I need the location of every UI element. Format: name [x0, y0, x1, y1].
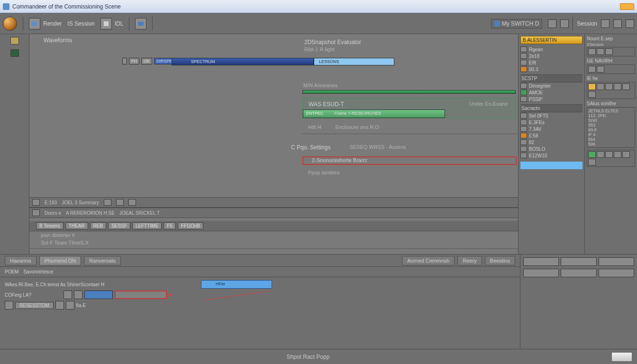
chip-icon[interactable] [597, 48, 604, 55]
chip-icon[interactable] [605, 83, 613, 90]
chip-icon[interactable] [588, 159, 596, 165]
chip[interactable]: FH [129, 58, 139, 64]
tool-a-icon[interactable] [135, 18, 146, 29]
app-orb-icon[interactable] [3, 17, 17, 31]
view-chip-2[interactable] [560, 19, 569, 28]
br-btn[interactable] [599, 269, 634, 277]
panel-a-item[interactable]: 00.3 [520, 66, 582, 73]
pb-hdr1: Nount E.sep [587, 36, 635, 41]
panel-a-item[interactable]: Dimegnter [520, 82, 582, 89]
tl-tab[interactable]: Aorned Crenmnsh [402, 256, 455, 265]
render-icon[interactable] [29, 18, 40, 29]
tl-clip[interactable] [84, 291, 113, 299]
chip-icon[interactable] [588, 66, 596, 73]
rail-icon-1[interactable] [10, 37, 19, 45]
chip-icon[interactable] [588, 83, 596, 90]
tl-tab[interactable]: Ranversats [84, 256, 121, 265]
mid-icon[interactable] [104, 199, 111, 206]
chip-icon[interactable] [605, 151, 613, 158]
tl-icon[interactable] [55, 301, 64, 309]
render-button[interactable]: Render [43, 20, 62, 27]
chip-icon[interactable] [614, 83, 621, 90]
panel-a-item[interactable]: 7.3AV [520, 126, 582, 132]
panel-a-tab[interactable]: B.ALESSERTIN [520, 36, 582, 44]
midinfo-b: JOEL 3 Summary [62, 200, 99, 205]
pb4-item: 596 [588, 142, 634, 146]
tl-row1-label: WAes RI.Bee, E.Ch temst As ShinerScontae… [5, 282, 199, 287]
chip-icon[interactable] [622, 151, 630, 158]
panel-a-item[interactable]: BOSLO [520, 146, 582, 152]
track-green2[interactable]: ENTPEC Frame 7-RESEARCHES [303, 109, 445, 118]
session-tab[interactable]: Session [577, 20, 597, 27]
br-btn[interactable] [561, 257, 596, 266]
tl-icon[interactable] [74, 291, 82, 299]
ok-button[interactable] [611, 352, 632, 362]
br-btn[interactable] [599, 257, 634, 266]
panel-a-item[interactable]: Sel 0FT0 [520, 112, 582, 119]
chip-icon[interactable] [588, 48, 596, 55]
grid-chip-2[interactable] [613, 19, 622, 28]
tl-tab[interactable]: Beestins [485, 256, 515, 265]
track-blue[interactable]: SPECTRUM [172, 58, 314, 65]
panel-a-item[interactable]: EIft [520, 59, 582, 66]
chip-icon[interactable] [588, 91, 596, 98]
panel-a-highlight[interactable] [520, 162, 582, 169]
idl-button[interactable]: IDL [115, 20, 124, 27]
chip[interactable]: OK [141, 58, 152, 64]
panel-a-item[interactable]: Rgean [520, 46, 582, 53]
br-btn[interactable] [523, 257, 559, 266]
tl-tab[interactable]: Phomend ON [39, 256, 82, 265]
track-red-outline[interactable]: 2-Snonoceshorte Brarcr [302, 156, 517, 165]
sec-btn[interactable]: SESSF [108, 222, 130, 229]
mid-icon[interactable] [116, 199, 124, 206]
panel-a-item[interactable]: 2e18 [520, 53, 582, 59]
chip-icon[interactable] [605, 48, 613, 55]
mid-icon[interactable] [128, 199, 136, 206]
mid-icon[interactable] [32, 199, 40, 206]
chip-icon[interactable] [597, 83, 604, 90]
pb-block2 [587, 64, 635, 74]
track-lb-label: LESSONS [314, 59, 339, 64]
br-btn[interactable] [523, 269, 559, 277]
tl-row3-btn[interactable]: RESESSTOM [15, 302, 54, 309]
tl-clip-red[interactable] [115, 291, 167, 299]
grid-chip-3[interactable] [626, 19, 634, 28]
tl-icon[interactable] [5, 301, 13, 309]
panel-a-item[interactable]: PSS8° [520, 96, 582, 102]
sec-btn[interactable]: B Tessers [36, 222, 64, 229]
minimize-button[interactable] [620, 3, 634, 10]
sec-btn[interactable]: REB [90, 222, 107, 229]
panel-a-item[interactable]: E12W10 [520, 152, 582, 159]
track-lightblue[interactable]: LESSONS [314, 58, 394, 65]
scene-selector[interactable]: My SWITCH D [491, 19, 543, 28]
tl-tab[interactable]: Reery [457, 256, 482, 265]
main-toolbar: Render IS Session IDL My SWITCH D Sessio… [0, 13, 637, 34]
sec-btn[interactable]: THEAR [65, 222, 88, 229]
session-button[interactable]: IS Session [67, 20, 94, 27]
keyframe-diamond-icon[interactable] [168, 293, 172, 297]
chip-icon[interactable] [588, 151, 596, 158]
track-green-thin[interactable] [302, 90, 516, 94]
br-btn[interactable] [561, 269, 596, 277]
tl-icon[interactable] [64, 291, 72, 299]
mid-icon[interactable] [32, 209, 40, 216]
panel-a-item[interactable]: 82 [520, 139, 582, 146]
tl-tab[interactable]: Haeanna [5, 256, 36, 265]
panel-a-item[interactable]: AMOE [520, 89, 582, 96]
idl-icon[interactable] [100, 18, 112, 29]
chip-icon[interactable] [622, 83, 630, 90]
chip-icon[interactable] [597, 151, 604, 158]
tl-clip-selected[interactable]: HFer [201, 280, 272, 289]
chip-icon[interactable] [597, 66, 604, 73]
chip-icon[interactable] [614, 151, 621, 158]
panel-a-item[interactable]: E.3FEs [520, 119, 582, 126]
grid-chip-1[interactable] [601, 19, 610, 28]
sec-btn[interactable]: LEFTTIME [132, 222, 162, 229]
chip[interactable] [122, 58, 127, 64]
view-chip-1[interactable] [548, 19, 556, 28]
tl-icon[interactable] [66, 301, 74, 309]
panel-a-item[interactable]: £:58 [520, 132, 582, 139]
sec-btn[interactable]: F5 [164, 222, 176, 229]
sec-btn[interactable]: FFGOnB [178, 222, 203, 229]
rail-icon-2[interactable] [10, 49, 19, 57]
